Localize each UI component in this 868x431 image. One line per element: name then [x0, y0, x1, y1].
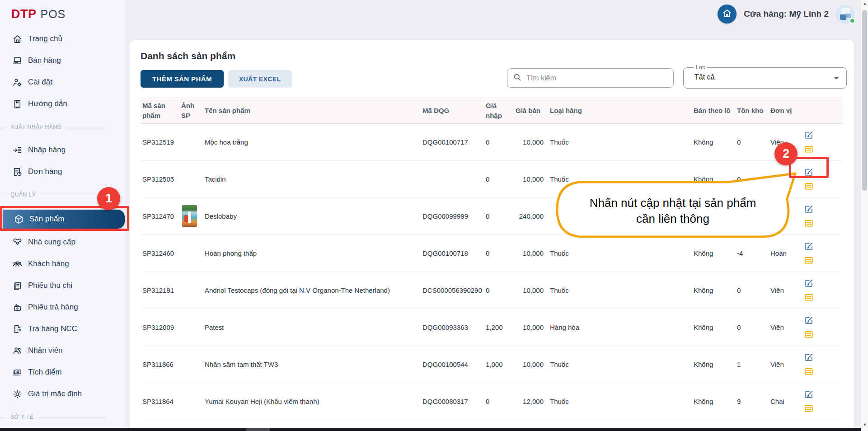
list-icon — [804, 218, 814, 228]
page-scrollbar[interactable]: ▲ ▼ — [861, 0, 868, 431]
table-row: SP312460Hoàn phong thấpDQG00100718010,00… — [141, 235, 843, 272]
cell-ten-san-pham: Mộc hoa trắng — [203, 137, 421, 147]
user-gear-icon — [12, 77, 23, 88]
sidebar-item-label: Bán hàng — [28, 56, 61, 65]
edit-product-button[interactable] — [804, 204, 814, 214]
edit-product-button[interactable] — [804, 278, 814, 288]
sidebar-item-phieu-tra-hang[interactable]: Phiếu trả hàng — [0, 296, 125, 318]
product-detail-button[interactable] — [804, 329, 814, 339]
cell-ma-dqg: DQG00100717 — [421, 137, 484, 147]
sidebar-item-ban-hang[interactable]: Bán hàng — [0, 50, 125, 71]
product-detail-button[interactable] — [804, 403, 814, 413]
edit-product-button[interactable] — [804, 389, 814, 399]
sidebar-item-label: Trả hàng NCC — [28, 324, 77, 333]
cell-loai-hang: Thuốc — [548, 248, 692, 258]
column-header: Tồn kho — [735, 103, 769, 118]
cell-actions — [802, 278, 843, 302]
filter-select[interactable]: Lọc Tất cả — [683, 67, 847, 89]
cell-ban-theo-lo: Không — [692, 360, 735, 369]
cell-ban-theo-lo: Không — [692, 286, 735, 295]
product-detail-button[interactable] — [804, 181, 814, 191]
gear-icon — [12, 389, 23, 399]
sidebar-item-cai-dat[interactable]: Cài đặt — [0, 71, 125, 93]
sidebar-item-nhan-vien[interactable]: Nhân viên — [0, 340, 125, 361]
sidebar-item-tra-hang-ncc[interactable]: Trả hàng NCC — [0, 318, 125, 340]
avatar[interactable] — [836, 5, 854, 23]
document-icon — [12, 281, 23, 291]
scrollbar-thumb[interactable] — [862, 10, 867, 191]
product-table: Mã sản phẩmẢnh SPTên sản phẩmMã DQGGiá n… — [141, 98, 843, 431]
search-input[interactable] — [526, 74, 668, 82]
cell-ma-dqg: DQG00100718 — [421, 248, 484, 258]
cell-ma-san-pham: SP312505 — [141, 174, 179, 184]
doc-arrow-icon — [12, 324, 23, 334]
cell-ma-dqg: DCS000056390290 — [421, 286, 484, 295]
cell-ten-san-pham: Yumai Kouyan Heji (Khẩu viêm thanh) — [203, 397, 421, 406]
search-box[interactable] — [507, 68, 674, 88]
search-icon — [513, 73, 522, 84]
table-row: SP312505Tacidin010,000ThuốcKhông0Viên — [141, 161, 843, 198]
cell-gia-ban: 10,000 — [514, 174, 548, 184]
cell-don-vi: Viên — [769, 360, 802, 369]
sidebar-item-nhap-hang[interactable]: Nhập hàng — [0, 139, 125, 161]
cell-don-vi: Chai — [769, 397, 802, 406]
cell-ten-san-pham: Deslobaby — [203, 211, 421, 221]
column-header: Loại hàng — [548, 103, 692, 118]
cell-loai-hang: Thuốc — [548, 137, 692, 147]
sidebar-item-phieu-thu-chi[interactable]: Phiếu thu chi — [0, 275, 125, 296]
cell-ma-dqg: DQG00080317 — [421, 397, 484, 406]
cell-anh-sp — [179, 205, 203, 227]
cell-gia-ban: 10,000 — [514, 286, 548, 295]
list-icon — [804, 255, 814, 265]
cell-ton-kho: 0 — [735, 137, 769, 147]
edit-product-button[interactable] — [804, 241, 814, 251]
cell-ton-kho: 9 — [735, 397, 769, 406]
edit-icon — [804, 204, 814, 214]
scroll-up-arrow[interactable]: ▲ — [861, 1, 868, 6]
list-icon — [804, 366, 814, 376]
product-detail-button[interactable] — [804, 366, 814, 376]
edit-product-button[interactable] — [804, 315, 814, 325]
sidebar-item-label: Giá trị mặc định — [28, 389, 82, 398]
cell-gia-nhap: 0 — [484, 286, 514, 295]
sidebar-item-gia-tri-mac-dinh[interactable]: Giá trị mặc định — [0, 383, 125, 405]
cell-ban-theo-lo: Không — [692, 137, 735, 147]
export-excel-button[interactable]: XUẤT EXCEL — [228, 70, 292, 88]
cell-ten-san-pham: Tacidin — [203, 174, 421, 184]
sidebar-item-huong-dan[interactable]: Hướng dẫn — [0, 93, 125, 115]
sidebar-item-label: Tích điểm — [28, 368, 62, 377]
cell-ma-dqg: DQG00099999 — [421, 211, 484, 221]
cell-don-vi: Viên — [769, 286, 802, 295]
sidebar-item-don-hang[interactable]: Đơn hàng — [0, 161, 125, 183]
page-title: Danh sách sản phẩm — [141, 51, 843, 61]
sidebar-item-nha-cung-cap[interactable]: Nhà cung cấp — [0, 231, 125, 253]
edit-icon — [804, 167, 814, 177]
product-detail-button[interactable] — [804, 255, 814, 265]
cell-gia-ban: 10,000 — [514, 248, 548, 258]
scroll-down-arrow[interactable]: ▼ — [861, 422, 868, 427]
product-detail-button[interactable] — [804, 144, 814, 154]
edit-product-button[interactable] — [804, 130, 814, 140]
column-header: Tên sản phẩm — [203, 103, 421, 118]
cell-ban-theo-lo: Không — [692, 397, 735, 406]
sidebar-item-trang-chu[interactable]: Trang chủ — [0, 28, 125, 50]
topbar: Cửa hàng: Mỹ Linh 2 — [718, 0, 854, 28]
product-detail-button[interactable] — [804, 218, 814, 228]
cell-don-vi: Viên — [769, 174, 802, 184]
sidebar-item-san-pham[interactable]: Sản phẩm — [0, 207, 125, 231]
sidebar-item-khach-hang[interactable]: Khách hàng — [0, 253, 125, 275]
cell-ton-kho: 0 — [735, 174, 769, 184]
product-list-card: Danh sách sản phẩm THÊM SẢN PHẨM XUẤT EX… — [130, 40, 854, 431]
cell-loai-hang: Thuốc — [548, 286, 692, 295]
product-detail-button[interactable] — [804, 292, 814, 302]
edit-product-button[interactable] — [804, 167, 814, 177]
home-button[interactable] — [718, 5, 737, 23]
table-body: SP312519Mộc hoa trắngDQG00100717010,000T… — [141, 124, 843, 431]
sidebar-item-label: Nhập hàng — [28, 145, 66, 155]
add-product-button[interactable]: THÊM SẢN PHẨM — [141, 70, 224, 88]
import-icon — [12, 145, 23, 155]
edit-product-button[interactable] — [804, 352, 814, 362]
cell-gia-ban: 10,000 — [514, 137, 548, 147]
cell-ban-theo-lo: Không — [692, 248, 735, 258]
sidebar-item-tich-diem[interactable]: Tích điểm — [0, 361, 125, 383]
